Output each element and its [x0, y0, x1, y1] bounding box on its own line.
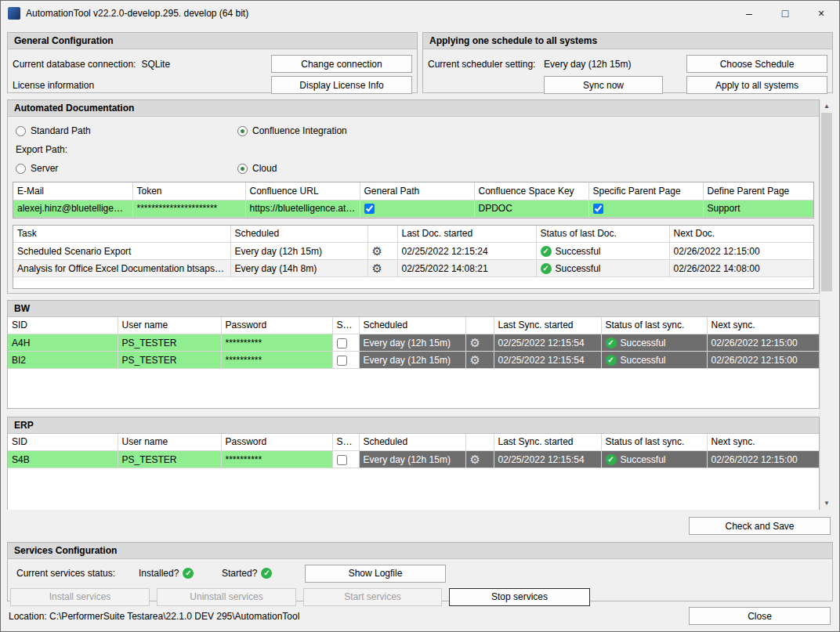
standard-path-radio[interactable]: Standard Path [16, 125, 237, 136]
gear-icon[interactable]: ⚙ [470, 337, 480, 349]
success-icon: ✓ [541, 263, 552, 274]
close-window-button[interactable]: × [803, 1, 839, 26]
server-label: Server [31, 163, 58, 174]
cell-scheduled: Every day (12h 15m) [359, 352, 465, 369]
close-button[interactable]: Close [689, 607, 831, 625]
export-path-label: Export Path: [16, 144, 67, 155]
status-text: Successful [621, 355, 666, 366]
display-license-button[interactable]: Display License Info [271, 76, 412, 94]
cell-status: ✓Successful [536, 243, 669, 260]
stop-services-button[interactable]: Stop services [449, 588, 590, 606]
cell-user: PS_TESTER [118, 334, 221, 352]
install-services-button: Install services [10, 588, 150, 606]
window-title: AutomationTool v22.2.0-develop.295. deve… [26, 8, 731, 19]
scroll-down-button[interactable]: ▼ [820, 497, 833, 510]
installed-status: Installed?✓ [139, 568, 222, 580]
col-gear [465, 434, 494, 451]
col-password: Password [221, 434, 332, 451]
automated-documentation-group: Automated Documentation Standard Path Co… [7, 99, 820, 294]
gear-icon[interactable]: ⚙ [372, 245, 382, 257]
status-text: Successful [621, 454, 666, 465]
scroll-up-button[interactable]: ▲ [820, 99, 833, 113]
cell-status: ✓Successful [601, 352, 707, 369]
sync-now-button[interactable]: Sync now [544, 76, 663, 94]
change-connection-button[interactable]: Change connection [271, 55, 412, 73]
table-header-row: Task Scheduled Last Doc. started Status … [13, 226, 813, 243]
sync-checkbox[interactable] [337, 455, 347, 465]
standard-path-label: Standard Path [31, 125, 91, 136]
col-scheduled: Scheduled [359, 317, 465, 334]
cell-next-sync: 02/26/2022 12:15:00 [707, 334, 819, 352]
confluence-row[interactable]: alexej.hinz@bluetelligence... **********… [13, 200, 813, 217]
col-password: Password [221, 317, 332, 334]
services-configuration-group: Services Configuration Current services … [7, 542, 833, 601]
gear-icon[interactable]: ⚙ [470, 453, 480, 465]
minimize-button[interactable]: – [731, 1, 767, 26]
scheduler-setting-value: Every day (12h 15m) [544, 59, 631, 70]
confluence-integration-radio[interactable]: Confluence Integration [237, 125, 347, 136]
cell-last-doc: 02/25/2022 12:15:24 [397, 243, 536, 260]
specific-parent-checkbox[interactable] [593, 204, 603, 214]
check-and-save-button[interactable]: Check and Save [689, 517, 831, 535]
cell-password: ********** [221, 451, 332, 468]
cell-email: alexej.hinz@bluetelligence... [13, 200, 132, 217]
app-icon [8, 7, 20, 20]
cell-gear: ⚙ [368, 260, 397, 277]
cell-sync [332, 334, 359, 352]
cell-general-path [360, 200, 474, 217]
title-bar[interactable]: AutomationTool v22.2.0-develop.295. deve… [1, 1, 839, 26]
license-info-label: License information [13, 80, 94, 91]
radio-selected-icon [237, 164, 248, 174]
status-text: Successful [621, 338, 666, 349]
cell-next-doc: 02/26/2022 12:15:00 [669, 243, 813, 260]
col-user: User name [118, 434, 221, 451]
status-text: Successful [556, 246, 601, 257]
general-path-checkbox[interactable] [364, 204, 375, 214]
col-sync: Sync. [332, 434, 359, 451]
col-last-sync: Last Sync. started [494, 434, 601, 451]
apply-to-all-systems-button[interactable]: Apply to all systems [686, 76, 827, 94]
sync-checkbox[interactable] [337, 338, 347, 349]
table-header-row: SID User name Password Sync. Scheduled L… [8, 317, 819, 334]
gear-icon[interactable]: ⚙ [372, 262, 382, 274]
scrollbar-thumb[interactable] [821, 113, 832, 291]
choose-schedule-button[interactable]: Choose Schedule [686, 55, 827, 73]
system-row[interactable]: A4H PS_TESTER ********** Every day (12h … [8, 334, 819, 352]
col-status-sync: Status of last sync. [601, 317, 707, 334]
maximize-button[interactable]: □ [767, 1, 803, 26]
col-next-sync: Next sync. [707, 317, 819, 334]
cell-sync [332, 352, 359, 369]
confluence-settings-table: E-Mail Token Confluence URL General Path… [13, 182, 814, 218]
status-text: Successful [556, 263, 601, 274]
cell-specific-parent [588, 200, 703, 217]
sync-checkbox[interactable] [337, 356, 347, 366]
cell-token: ********************** [132, 200, 245, 217]
col-email: E-Mail [13, 182, 132, 200]
vertical-scrollbar[interactable]: ▲ ▼ [820, 99, 833, 510]
cell-scheduled: Every day (14h 8m) [230, 260, 368, 277]
schedule-all-group: Applying one schedule to all systems Cur… [422, 32, 833, 93]
task-row[interactable]: Scheduled Scenario Export Every day (12h… [13, 243, 813, 260]
cell-next-doc: 02/26/2022 14:08:00 [669, 260, 813, 277]
table-header-row: SID User name Password Sync. Scheduled L… [8, 434, 819, 451]
window-content: General Configuration Current database c… [1, 26, 839, 631]
cell-parent-page: Support [703, 200, 813, 217]
cell-user: PS_TESTER [118, 451, 221, 468]
cell-gear: ⚙ [465, 352, 494, 369]
erp-title: ERP [8, 417, 819, 434]
gear-icon[interactable]: ⚙ [470, 354, 480, 366]
cell-user: PS_TESTER [118, 352, 221, 369]
show-logfile-button[interactable]: Show Logfile [305, 565, 446, 583]
col-gear [368, 226, 397, 243]
cell-last-doc: 02/25/2022 14:08:21 [397, 260, 536, 277]
cloud-radio[interactable]: Cloud [237, 163, 277, 174]
col-user: User name [118, 317, 221, 334]
system-row[interactable]: S4B PS_TESTER ********** Every day (12h … [8, 451, 819, 468]
server-radio[interactable]: Server [16, 163, 237, 174]
db-connection-value: SQLite [141, 59, 170, 70]
doc-tasks-table: Task Scheduled Last Doc. started Status … [13, 225, 814, 289]
started-label: Started? [222, 568, 257, 579]
installed-check-icon: ✓ [183, 568, 194, 579]
task-row[interactable]: Analysis for Office Excel Documentation … [13, 260, 813, 277]
system-row[interactable]: BI2 PS_TESTER ********** Every day (12h … [8, 352, 819, 369]
